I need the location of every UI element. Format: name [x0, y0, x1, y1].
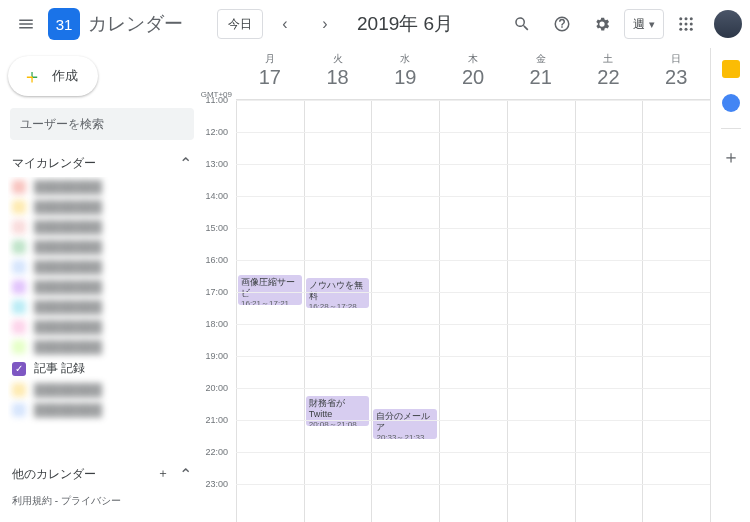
my-calendars-header[interactable]: マイカレンダー⌃ [8, 150, 200, 177]
apps-icon[interactable] [668, 6, 704, 42]
create-button[interactable]: ＋作成 [8, 56, 98, 96]
footer-links[interactable]: 利用規約 - プライバシー [8, 488, 200, 514]
calendar-logo: 31 [48, 8, 80, 40]
today-button[interactable]: 今日 [217, 9, 263, 39]
calendar-item[interactable]: ████████ [8, 177, 200, 197]
calendar-item[interactable]: ████████ [8, 317, 200, 337]
add-addon-icon[interactable]: ＋ [722, 145, 740, 169]
add-calendar-icon[interactable]: ＋ [157, 465, 169, 484]
hour-label: 23:00 [205, 479, 228, 489]
app-title: カレンダー [88, 11, 183, 37]
avatar[interactable] [714, 10, 742, 38]
hour-label: 18:00 [205, 319, 228, 329]
calendar-item[interactable]: ████████ [8, 197, 200, 217]
settings-icon[interactable] [584, 6, 620, 42]
svg-point-6 [679, 28, 682, 31]
chevron-up-icon: ⌃ [179, 154, 192, 173]
calendar-item[interactable]: ████████ [8, 337, 200, 357]
svg-point-8 [690, 28, 693, 31]
calendar-item[interactable]: ████████ [8, 380, 200, 400]
keep-icon[interactable] [722, 60, 740, 78]
hour-label: 13:00 [205, 159, 228, 169]
search-people-input[interactable]: ユーザーを検索 [10, 108, 194, 140]
week-grid: GMT+09 11:0012:0013:0014:0015:0016:0017:… [200, 48, 710, 522]
right-rail: ＋ [710, 48, 750, 522]
header: 31 カレンダー 今日 ‹ › 2019年 6月 週▾ [0, 0, 750, 48]
sidebar: ＋作成 ユーザーを検索 マイカレンダー⌃ ███████████████████… [0, 48, 200, 522]
hour-label: 16:00 [205, 255, 228, 265]
hour-label: 11:00 [205, 95, 228, 105]
calendar-event[interactable]: 自分のメールア20:33～21:33 [373, 409, 437, 439]
svg-point-5 [690, 23, 693, 26]
calendar-item[interactable]: ████████ [8, 297, 200, 317]
checkbox-icon[interactable]: ✓ [12, 362, 26, 376]
calendar-event[interactable]: ノウハウを無料16:28～17:28 [306, 278, 370, 308]
calendar-item[interactable]: ✓記事 記録 [8, 357, 200, 380]
calendar-item[interactable]: ████████ [8, 217, 200, 237]
prev-button[interactable]: ‹ [267, 6, 303, 42]
day-header[interactable]: 土22 [575, 48, 643, 99]
day-header[interactable]: 水19 [371, 48, 439, 99]
hour-label: 17:00 [205, 287, 228, 297]
search-icon[interactable] [504, 6, 540, 42]
plus-icon: ＋ [22, 63, 42, 90]
next-button[interactable]: › [307, 6, 343, 42]
date-range-title: 2019年 6月 [357, 11, 453, 37]
calendar-item[interactable]: ████████ [8, 237, 200, 257]
other-calendars-header[interactable]: 他のカレンダー＋⌃ [8, 461, 200, 488]
calendar-item[interactable]: ████████ [8, 277, 200, 297]
calendar-event[interactable]: 画像圧縮サービ16:21～17:21 [238, 275, 302, 305]
calendar-event[interactable]: 財務省がTwitte20:08～21:08 [306, 396, 370, 426]
hour-label: 21:00 [205, 415, 228, 425]
hour-label: 12:00 [205, 127, 228, 137]
hour-label: 15:00 [205, 223, 228, 233]
svg-point-7 [685, 28, 688, 31]
day-header[interactable]: 日23 [642, 48, 710, 99]
svg-point-3 [679, 23, 682, 26]
day-header[interactable]: 木20 [439, 48, 507, 99]
calendar-item[interactable]: ████████ [8, 257, 200, 277]
svg-point-0 [679, 17, 682, 20]
hour-label: 20:00 [205, 383, 228, 393]
day-header[interactable]: 月17 [236, 48, 304, 99]
chevron-up-icon: ⌃ [179, 465, 192, 484]
svg-point-1 [685, 17, 688, 20]
view-switcher[interactable]: 週▾ [624, 9, 664, 39]
tasks-icon[interactable] [722, 94, 740, 112]
svg-point-4 [685, 23, 688, 26]
menu-icon[interactable] [8, 6, 44, 42]
calendar-list: ████████████████████████████████████████… [8, 177, 200, 461]
hour-label: 19:00 [205, 351, 228, 361]
day-header[interactable]: 金21 [507, 48, 575, 99]
help-icon[interactable] [544, 6, 580, 42]
hour-label: 14:00 [205, 191, 228, 201]
svg-point-2 [690, 17, 693, 20]
hour-label: 22:00 [205, 447, 228, 457]
calendar-item[interactable]: ████████ [8, 400, 200, 420]
day-header[interactable]: 火18 [304, 48, 372, 99]
